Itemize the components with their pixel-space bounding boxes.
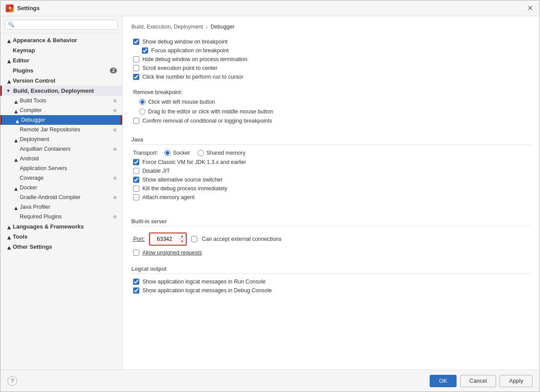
- sidebar-item-label: Appearance & Behavior: [13, 37, 77, 44]
- port-input[interactable]: [150, 234, 178, 244]
- sidebar-item-required-plugins[interactable]: Required Plugins ⊕: [0, 212, 122, 221]
- breadcrumb-current: Debugger: [210, 24, 235, 30]
- expand-icon: ▶: [6, 78, 11, 83]
- sidebar-item-gradle-android[interactable]: Gradle-Android Compiler ⊕: [0, 192, 122, 202]
- sidebar-item-label: Plugins: [13, 67, 33, 74]
- sidebar-item-label: Debugger: [21, 117, 45, 123]
- confirm-removal-label: Confirm removal of conditional or loggin…: [142, 118, 272, 124]
- allow-unsigned-checkbox[interactable]: [133, 250, 139, 256]
- show-debug-window-checkbox[interactable]: [133, 39, 139, 45]
- expand-icon: ▶: [13, 137, 18, 142]
- sidebar-item-other-settings[interactable]: ▶ Other Settings: [0, 242, 122, 252]
- expand-icon: ▶: [13, 156, 18, 161]
- sidebar-item-label: Application Servers: [20, 165, 67, 171]
- copy-icon: ⊕: [113, 146, 117, 152]
- expand-icon: ▼: [6, 88, 11, 93]
- sidebar-item-editor[interactable]: ▶ Editor: [0, 55, 122, 65]
- sidebar-item-label: Coverage: [20, 175, 43, 181]
- main-content: Build, Execution, Deployment › Debugger …: [123, 16, 540, 370]
- logcat-title: Logcat output: [131, 266, 531, 274]
- copy-icon: ⊕: [113, 98, 117, 104]
- sidebar-item-label: Build, Execution, Deployment: [13, 87, 94, 94]
- sidebar-item-label: Keymap: [13, 47, 35, 54]
- sidebar-item-appearance[interactable]: ▶ Appearance & Behavior: [0, 35, 122, 45]
- built-in-server-section: Built-in server Port: ▲ ▼ Can accept ext…: [131, 213, 531, 257]
- click-line-row: Click line number to perform run to curs…: [133, 73, 531, 81]
- logcat-section: Logcat output Show application logcat me…: [131, 261, 531, 295]
- show-alt-source-checkbox[interactable]: [133, 177, 139, 183]
- hide-debug-window-row: Hide debug window on process termination: [133, 55, 531, 64]
- sidebar-item-languages[interactable]: ▶ Languages & Frameworks: [0, 221, 122, 232]
- force-classic-checkbox[interactable]: [133, 159, 139, 165]
- sidebar-item-java-profiler[interactable]: ▶ Java Profiler: [0, 202, 122, 212]
- ok-button[interactable]: OK: [430, 375, 457, 387]
- radio-socket[interactable]: [164, 150, 170, 156]
- expand-icon: ▶: [13, 204, 18, 210]
- can-accept-checkbox[interactable]: [191, 236, 197, 242]
- scroll-exec-label: Scroll execution point to center: [142, 65, 217, 71]
- radio-drag-middle-input[interactable]: [139, 109, 145, 115]
- apply-button[interactable]: Apply: [500, 375, 533, 387]
- breadcrumb-separator: ›: [206, 23, 208, 30]
- sidebar-item-label: Compiler: [20, 107, 42, 113]
- sidebar-item-docker[interactable]: ▶ Docker: [0, 183, 122, 192]
- copy-icon: ⊕: [113, 108, 117, 113]
- breadcrumb: Build, Execution, Deployment › Debugger: [131, 23, 531, 30]
- sidebar-item-plugins[interactable]: Plugins 2: [0, 65, 122, 76]
- sidebar-item-deployment[interactable]: ▶ Deployment: [0, 134, 122, 144]
- sidebar-item-debugger[interactable]: ▶ Debugger: [0, 115, 122, 125]
- remove-breakpoint-label: Remove breakpoint:: [131, 87, 531, 97]
- sidebar-item-build-exec[interactable]: ▼ Build, Execution, Deployment: [0, 86, 122, 96]
- sidebar-item-keymap[interactable]: Keymap: [0, 45, 122, 55]
- port-label: Port:: [133, 236, 145, 242]
- expand-icon: ▶: [13, 185, 18, 190]
- port-input-wrapper: ▲ ▼: [149, 232, 187, 246]
- sidebar-item-coverage[interactable]: Coverage ⊕: [0, 173, 122, 183]
- sidebar-item-build-tools[interactable]: ▶ Build Tools ⊕: [0, 96, 122, 105]
- confirm-removal-checkbox[interactable]: [133, 118, 139, 124]
- cancel-button[interactable]: Cancel: [460, 375, 496, 387]
- logcat-debug-console-checkbox[interactable]: [133, 287, 139, 294]
- radio-socket-label: Socket: [173, 150, 190, 156]
- java-section: Java Transport: Socket Shared memory For…: [131, 131, 531, 202]
- port-increment[interactable]: ▲: [178, 234, 185, 239]
- disable-jit-checkbox[interactable]: [133, 168, 139, 174]
- search-icon: 🔍: [8, 22, 14, 28]
- sidebar-item-label: Remote Jar Repositories: [20, 127, 80, 133]
- help-button[interactable]: ?: [7, 376, 17, 386]
- dialog-buttons: OK Cancel Apply: [430, 375, 533, 387]
- logcat-debug-console-label: Show application logcat messages in Debu…: [142, 287, 272, 294]
- radio-shared-memory[interactable]: [198, 150, 204, 156]
- attach-memory-checkbox[interactable]: [133, 194, 139, 200]
- sidebar-item-version-control[interactable]: ▶ Version Control: [0, 76, 122, 86]
- sidebar-item-compiler[interactable]: ▶ Compiler ⊕: [0, 105, 122, 115]
- radio-click-left-label: Click with left mouse button: [148, 99, 215, 105]
- expand-icon: ▶: [6, 58, 11, 63]
- search-input[interactable]: [17, 22, 115, 28]
- expand-icon: ▶: [6, 38, 11, 43]
- click-line-checkbox[interactable]: [133, 74, 139, 80]
- close-button[interactable]: ✕: [526, 4, 534, 13]
- attach-memory-row: Attach memory agent: [133, 193, 531, 202]
- logcat-debug-console-row: Show application logcat messages in Debu…: [133, 286, 531, 295]
- logcat-run-console-checkbox[interactable]: [133, 279, 139, 285]
- sidebar-item-label: Tools: [13, 233, 28, 240]
- sidebar-item-remote-jar[interactable]: Remote Jar Repositories ⊕: [0, 125, 122, 134]
- transport-label: Transport:: [133, 150, 158, 156]
- hide-debug-window-checkbox[interactable]: [133, 56, 139, 62]
- scroll-exec-checkbox[interactable]: [133, 65, 139, 71]
- port-decrement[interactable]: ▼: [178, 239, 185, 244]
- focus-app-checkbox[interactable]: [142, 47, 148, 54]
- sidebar-item-label: Docker: [20, 185, 37, 191]
- sidebar-item-label: Languages & Frameworks: [13, 223, 84, 230]
- allow-unsigned-row: Allow unsigned requests: [133, 248, 531, 257]
- sidebar-item-label: Version Control: [13, 77, 55, 84]
- sidebar-item-label: Other Settings: [13, 243, 52, 250]
- sidebar-item-arquillian[interactable]: Arquillian Containers ⊕: [0, 144, 122, 154]
- kill-debug-checkbox[interactable]: [133, 185, 139, 192]
- logcat-run-console-row: Show application logcat messages in Run …: [133, 277, 531, 286]
- radio-click-left-input[interactable]: [139, 99, 145, 105]
- sidebar-item-android[interactable]: ▶ Android: [0, 154, 122, 163]
- sidebar-item-tools[interactable]: ▶ Tools: [0, 232, 122, 242]
- sidebar-item-app-servers[interactable]: Application Servers: [0, 163, 122, 173]
